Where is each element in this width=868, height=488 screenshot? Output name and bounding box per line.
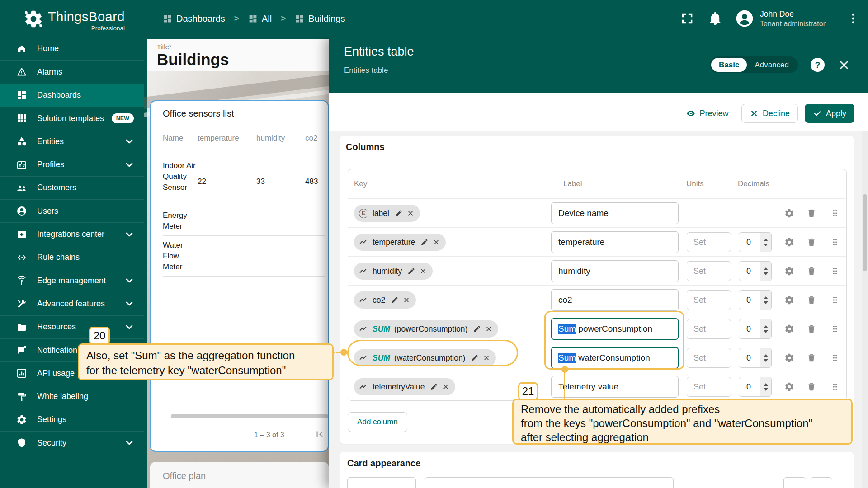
column-settings-gear-icon[interactable]: [784, 382, 794, 392]
card-appearance-field[interactable]: [425, 477, 674, 488]
sidebar-item-rule-chains[interactable]: Rule chains: [0, 246, 144, 269]
label-input[interactable]: Device name: [551, 202, 679, 224]
drag-handle-icon[interactable]: [830, 266, 840, 276]
delete-column-icon[interactable]: [807, 295, 816, 305]
sidebar-item-resources[interactable]: Resources: [0, 315, 144, 338]
edit-pencil-icon[interactable]: [430, 383, 438, 391]
drag-handle-icon[interactable]: [830, 295, 840, 305]
label-input[interactable]: temperature: [551, 231, 679, 253]
remove-key-icon[interactable]: [433, 239, 440, 246]
close-icon[interactable]: [838, 59, 850, 71]
decimals-input[interactable]: 0: [739, 319, 772, 339]
sidebar-item-edge-management[interactable]: Edge management: [0, 269, 144, 292]
dashboard-title-field[interactable]: Title* Buildings: [147, 39, 329, 71]
delete-column-icon[interactable]: [807, 382, 816, 392]
decimals-stepper[interactable]: [760, 319, 771, 338]
edit-pencil-icon[interactable]: [473, 325, 481, 333]
sidebar-item-customers[interactable]: Customers: [0, 176, 144, 199]
breadcrumb-buildings[interactable]: Buildings: [295, 14, 345, 24]
decimals-input[interactable]: 0: [739, 348, 772, 368]
avatar[interactable]: [736, 9, 754, 28]
office-sensors-widget[interactable]: Office sensors list Name temperature hum…: [150, 100, 329, 452]
decimals-input[interactable]: 0: [739, 261, 772, 281]
key-chip-telemetry-value[interactable]: telemetryValue: [354, 378, 455, 395]
sidebar-item-entities[interactable]: Entities: [0, 130, 144, 153]
column-settings-gear-icon[interactable]: [784, 295, 794, 305]
drag-handle-icon[interactable]: [830, 353, 840, 363]
label-input[interactable]: co2: [551, 289, 679, 311]
decimals-input[interactable]: 0: [739, 377, 772, 397]
vertical-scrollbar[interactable]: [862, 131, 868, 488]
key-chip-power-consumption[interactable]: SUM(powerConsumption): [354, 320, 498, 338]
column-header-temperature[interactable]: temperature: [198, 134, 239, 143]
edit-pencil-icon[interactable]: [407, 267, 415, 275]
drag-handle-icon[interactable]: [830, 382, 840, 392]
card-appearance-field[interactable]: [811, 477, 832, 488]
toggle-basic[interactable]: Basic: [711, 58, 747, 72]
units-input[interactable]: Set: [687, 261, 731, 281]
preview-button[interactable]: Preview: [680, 104, 735, 123]
breadcrumb-all[interactable]: All: [248, 14, 272, 24]
column-header-humidity[interactable]: humidity: [256, 134, 285, 143]
remove-key-icon[interactable]: [485, 325, 492, 333]
decimals-stepper[interactable]: [760, 291, 771, 310]
units-input[interactable]: Set: [687, 319, 731, 339]
column-header-name[interactable]: Name: [163, 134, 183, 143]
delete-column-icon[interactable]: [807, 353, 816, 363]
key-chip-humidity[interactable]: humidity: [354, 263, 433, 280]
sidebar-item-advanced-features[interactable]: Advanced features: [0, 292, 144, 315]
help-icon[interactable]: ?: [811, 58, 825, 72]
label-input[interactable]: humidity: [551, 260, 679, 282]
decimals-stepper[interactable]: [760, 233, 771, 252]
sidebar-item-settings[interactable]: Settings: [0, 408, 144, 431]
units-input[interactable]: Set: [687, 290, 731, 310]
toggle-advanced[interactable]: Advanced: [747, 58, 797, 72]
units-input[interactable]: Set: [687, 232, 731, 252]
decimals-stepper[interactable]: [760, 377, 771, 396]
more-menu-icon[interactable]: [846, 12, 860, 25]
notifications-bell-icon[interactable]: [708, 11, 723, 26]
scrollbar-thumb[interactable]: [863, 194, 867, 271]
sidebar-item-alarms[interactable]: Alarms: [0, 60, 144, 83]
edit-pencil-icon[interactable]: [395, 209, 403, 217]
fullscreen-icon[interactable]: [679, 11, 695, 26]
column-settings-gear-icon[interactable]: [784, 237, 794, 247]
thingsboard-logo[interactable]: ThingsBoard Professional: [24, 9, 125, 32]
sidebar-item-profiles[interactable]: Profiles: [0, 153, 144, 176]
decimals-input[interactable]: 0: [739, 232, 772, 252]
delete-column-icon[interactable]: [807, 324, 816, 334]
column-settings-gear-icon[interactable]: [784, 266, 794, 276]
drag-handle-icon[interactable]: [830, 237, 840, 247]
user-info[interactable]: John Doe Tenant administrator: [760, 9, 826, 28]
key-chip-temperature[interactable]: temperature: [354, 234, 446, 251]
remove-key-icon[interactable]: [403, 296, 410, 304]
remove-key-icon[interactable]: [442, 383, 449, 390]
delete-column-icon[interactable]: [807, 237, 816, 247]
drag-handle-icon[interactable]: [830, 324, 840, 334]
sidebar-item-dashboards[interactable]: Dashboards: [0, 84, 144, 107]
decimals-stepper[interactable]: [760, 262, 771, 281]
sidebar-item-white-labeling[interactable]: White labeling: [0, 385, 144, 408]
sidebar-item-integrations-center[interactable]: Integrations center: [0, 222, 144, 245]
column-settings-gear-icon[interactable]: [784, 208, 794, 218]
decimals-input[interactable]: 0: [739, 290, 772, 310]
horizontal-scrollbar[interactable]: [171, 414, 328, 418]
delete-column-icon[interactable]: [807, 266, 816, 276]
units-input[interactable]: Set: [687, 377, 731, 397]
units-input[interactable]: Set: [687, 348, 731, 368]
column-settings-gear-icon[interactable]: [784, 353, 794, 363]
label-input[interactable]: Telemetry value: [551, 376, 679, 398]
apply-button[interactable]: Apply: [805, 104, 854, 123]
card-appearance-field[interactable]: [347, 477, 416, 488]
breadcrumb-dashboards[interactable]: Dashboards: [163, 14, 225, 24]
decline-button[interactable]: Decline: [741, 104, 798, 123]
sidebar-item-solution-templates[interactable]: Solution templates NEW: [0, 107, 144, 130]
key-chip-label[interactable]: E label: [354, 205, 420, 222]
edit-pencil-icon[interactable]: [420, 238, 429, 246]
decimals-stepper[interactable]: [760, 348, 771, 367]
column-header-co2[interactable]: co2: [305, 134, 317, 143]
key-chip-co2[interactable]: co2: [354, 291, 416, 309]
card-appearance-field[interactable]: [783, 477, 806, 488]
remove-key-icon[interactable]: [407, 210, 414, 217]
sidebar-item-security[interactable]: Security: [0, 431, 144, 454]
